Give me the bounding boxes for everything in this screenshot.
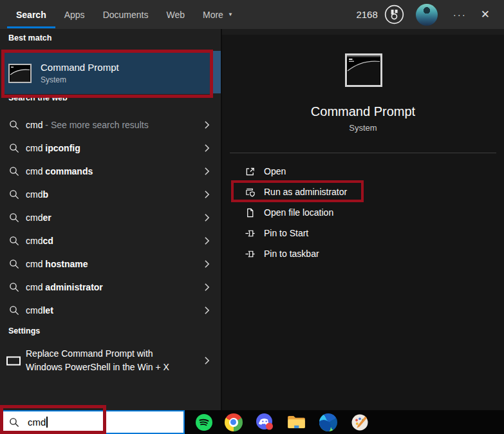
chevron-right-icon[interactable] [204, 306, 210, 315]
pin-icon [245, 228, 256, 239]
chevron-right-icon[interactable] [204, 120, 210, 129]
search-icon [9, 236, 20, 246]
chevron-right-icon[interactable] [204, 236, 210, 245]
suggestion-label: cmdcd [26, 236, 53, 246]
chevron-right-icon[interactable] [204, 356, 210, 365]
action-run-as-administrator[interactable]: Run as administrator [222, 182, 504, 202]
windows-search-flyout: SearchAppsDocumentsWebMore▼ 2168 ··· ✕ B… [0, 0, 504, 434]
file-location-icon [245, 207, 256, 218]
preview-divider [230, 153, 496, 153]
search-icon [9, 259, 20, 269]
search-icon [9, 143, 20, 153]
taskbar [185, 410, 504, 434]
suggestion-label: cmd ipconfig [26, 143, 80, 153]
suggestion-label: cmd - See more search results [26, 120, 149, 130]
action-label: Open [264, 166, 286, 176]
action-label: Open file location [264, 207, 333, 218]
chevron-right-icon[interactable] [204, 259, 210, 269]
preview-panel-top-strip [222, 29, 504, 35]
rewards-medal-icon[interactable] [384, 5, 404, 24]
close-icon[interactable]: ✕ [481, 8, 490, 21]
toggle-window-icon [6, 356, 21, 366]
command-prompt-icon-large [345, 53, 382, 87]
text-caret [46, 417, 48, 428]
suggestion-label: cmdlet [26, 305, 53, 316]
search-icon [9, 417, 20, 428]
action-label: Pin to Start [264, 228, 308, 238]
action-label: Pin to taskbar [264, 249, 319, 259]
spotify-icon[interactable] [194, 413, 213, 431]
command-prompt-icon [8, 64, 32, 83]
best-match-result-command-prompt[interactable]: Command Prompt System [5, 52, 210, 94]
topbar-right-cluster: 2168 ··· ✕ [356, 4, 494, 26]
more-options-icon[interactable]: ··· [453, 9, 467, 20]
rewards-points[interactable]: 2168 [356, 9, 377, 20]
search-icon [9, 166, 20, 176]
context-actions-list: OpenRun as administratorOpen file locati… [222, 161, 504, 264]
scrollbar-thumb[interactable] [213, 51, 221, 93]
discord-icon[interactable] [256, 413, 274, 431]
settings-header: Settings [8, 326, 40, 335]
action-open-file-location[interactable]: Open file location [222, 202, 504, 223]
chevron-right-icon[interactable] [204, 283, 210, 292]
best-match-title: Command Prompt [41, 62, 119, 73]
search-suggestion-cmdb[interactable]: cmdb [0, 183, 221, 206]
search-icon [9, 212, 20, 223]
search-icon [9, 282, 20, 292]
tab-more[interactable]: More▼ [194, 0, 242, 29]
pin-icon [245, 249, 256, 259]
search-icon [9, 305, 20, 316]
search-suggestion-cmd-administrator[interactable]: cmd administrator [0, 276, 221, 299]
settings-result-replace-cmd[interactable]: Replace Command Prompt with Windows Powe… [0, 343, 221, 379]
search-icon [9, 120, 20, 130]
best-match-header: Best match [8, 33, 51, 42]
action-label: Run as administrator [264, 187, 347, 197]
search-filter-bar: SearchAppsDocumentsWebMore▼ 2168 ··· ✕ [0, 0, 504, 29]
search-suggestion-cmdlet[interactable]: cmdlet [0, 299, 221, 322]
dropdown-arrow-icon: ▼ [228, 12, 233, 17]
best-match-text: Command Prompt System [41, 62, 119, 84]
tab-documents[interactable]: Documents [94, 0, 158, 29]
suggestion-label: cmd hostname [26, 259, 88, 269]
tab-apps[interactable]: Apps [55, 0, 94, 29]
search-the-web-header: Search the web [8, 93, 68, 102]
settings-result-label: Replace Command Prompt with Windows Powe… [26, 347, 180, 374]
action-pin-to-taskbar[interactable]: Pin to taskbar [222, 243, 504, 264]
run-admin-shield-icon [245, 187, 256, 198]
search-suggestion-cmder[interactable]: cmder [0, 206, 221, 229]
chevron-right-icon[interactable] [204, 167, 210, 176]
tab-web[interactable]: Web [157, 0, 194, 29]
suggestion-label: cmd commands [26, 166, 93, 176]
edge-icon[interactable] [319, 413, 337, 431]
chrome-icon[interactable] [224, 413, 243, 431]
tab-search[interactable]: Search [7, 0, 55, 29]
suggestion-label: cmdb [26, 189, 48, 200]
chevron-right-icon[interactable] [204, 190, 210, 199]
best-match-subtitle: System [41, 75, 119, 84]
user-avatar[interactable] [416, 4, 438, 26]
search-input-value[interactable]: cmd [28, 417, 46, 428]
paint-icon[interactable] [350, 413, 369, 431]
search-icon [9, 189, 20, 200]
open-icon [245, 166, 256, 177]
search-suggestion-cmd-ipconfig[interactable]: cmd ipconfig [0, 137, 221, 160]
chevron-right-icon[interactable] [204, 213, 210, 222]
suggestion-label: cmd administrator [26, 282, 103, 292]
search-suggestion-cmd-commands[interactable]: cmd commands [0, 160, 221, 183]
preview-app-title: Command Prompt [222, 104, 504, 119]
search-input-box[interactable]: cmd [0, 410, 185, 434]
action-pin-to-start[interactable]: Pin to Start [222, 223, 504, 243]
search-filter-tabs: SearchAppsDocumentsWebMore▼ [7, 0, 242, 29]
web-suggestions-list: cmd - See more search resultscmd ipconfi… [0, 113, 221, 322]
search-suggestion-cmdcd[interactable]: cmdcd [0, 229, 221, 252]
action-open[interactable]: Open [222, 161, 504, 182]
search-results-panel: Best match Command Prompt System Search … [0, 29, 221, 410]
search-suggestion-cmd-hostname[interactable]: cmd hostname [0, 252, 221, 276]
search-suggestion-cmd[interactable]: cmd - See more search results [0, 113, 221, 137]
chevron-right-icon[interactable] [204, 144, 210, 153]
suggestion-label: cmder [26, 212, 51, 223]
preview-app-subtitle: System [222, 123, 504, 133]
result-preview-panel: Command Prompt System OpenRun as adminis… [221, 29, 504, 410]
file-explorer-icon[interactable] [287, 413, 306, 431]
